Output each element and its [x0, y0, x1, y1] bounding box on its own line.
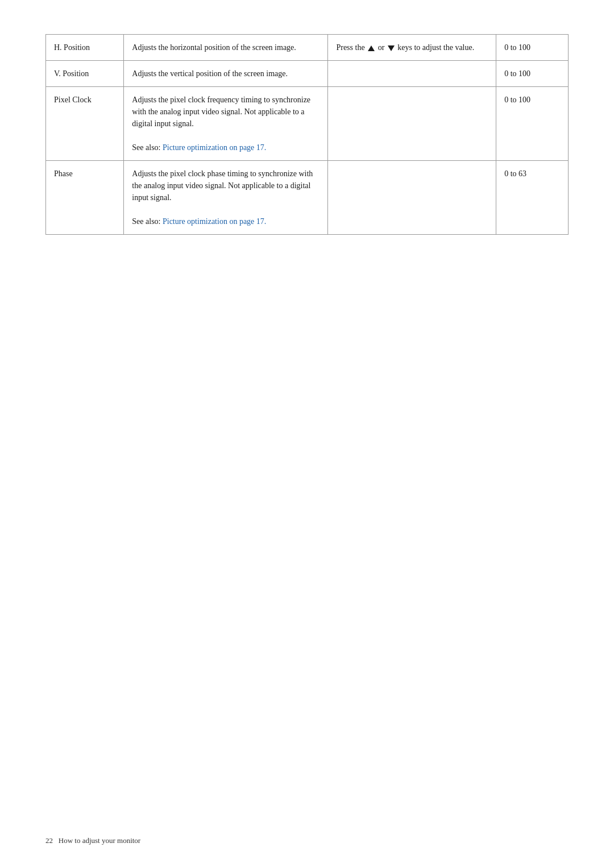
- cell-description: Adjusts the pixel clock phase timing to …: [124, 161, 328, 235]
- cell-description: Adjusts the pixel clock frequency timing…: [124, 87, 328, 161]
- cell-name: Pixel Clock: [46, 87, 124, 161]
- range-value: 0 to 100: [504, 69, 530, 78]
- settings-table: H. Position Adjusts the horizontal posit…: [45, 34, 569, 235]
- range-value: 0 to 63: [504, 169, 526, 178]
- row-label: V. Position: [54, 69, 89, 78]
- cell-range: 0 to 63: [496, 161, 569, 235]
- picture-optimization-link[interactable]: Picture optimization on page 17.: [163, 143, 266, 152]
- range-value: 0 to 100: [504, 43, 530, 52]
- row-description: Adjusts the vertical position of the scr…: [132, 69, 288, 78]
- cell-control: Press the or keys to adjust the value.: [328, 35, 496, 61]
- table-row: Phase Adjusts the pixel clock phase timi…: [46, 161, 569, 235]
- picture-optimization-link-2[interactable]: Picture optimization on page 17.: [163, 217, 266, 226]
- page-footer: 22 How to adjust your monitor: [45, 836, 140, 845]
- row-description: Adjusts the pixel clock frequency timing…: [132, 95, 310, 128]
- page-container: H. Position Adjusts the horizontal posit…: [0, 0, 614, 303]
- table-row: V. Position Adjusts the vertical positio…: [46, 61, 569, 87]
- cell-description: Adjusts the horizontal position of the s…: [124, 35, 328, 61]
- arrow-up-icon: [368, 45, 375, 51]
- cell-range: 0 to 100: [496, 87, 569, 161]
- row-label: Phase: [54, 169, 73, 178]
- range-value: 0 to 100: [504, 95, 530, 104]
- cell-range: 0 to 100: [496, 61, 569, 87]
- row-description: Adjusts the pixel clock phase timing to …: [132, 169, 313, 202]
- cell-control: [328, 161, 496, 235]
- see-also-prefix: See also:: [132, 143, 163, 152]
- row-label: Pixel Clock: [54, 95, 92, 104]
- cell-name: H. Position: [46, 35, 124, 61]
- cell-control: [328, 87, 496, 161]
- row-description: Adjusts the horizontal position of the s…: [132, 43, 296, 52]
- cell-description: Adjusts the vertical position of the scr…: [124, 61, 328, 87]
- arrow-down-icon: [388, 45, 395, 51]
- cell-range: 0 to 100: [496, 35, 569, 61]
- cell-control: [328, 61, 496, 87]
- cell-name: Phase: [46, 161, 124, 235]
- table-row: H. Position Adjusts the horizontal posit…: [46, 35, 569, 61]
- table-row: Pixel Clock Adjusts the pixel clock freq…: [46, 87, 569, 161]
- see-also-prefix: See also:: [132, 217, 163, 226]
- row-label: H. Position: [54, 43, 90, 52]
- page-number: 22: [45, 836, 53, 845]
- footer-text: How to adjust your monitor: [55, 836, 140, 845]
- cell-name: V. Position: [46, 61, 124, 87]
- control-description: Press the or keys to adjust the value.: [336, 43, 474, 52]
